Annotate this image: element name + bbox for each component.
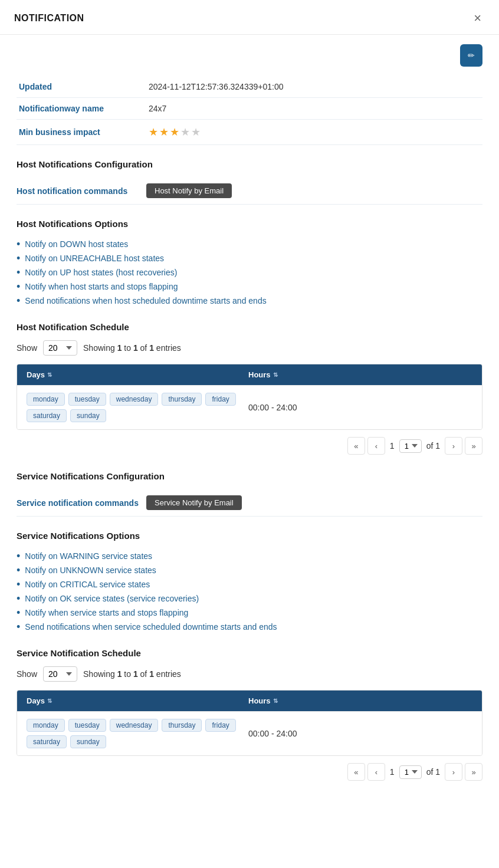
host-entries-text: Showing 1 to 1 of 1 entries <box>83 343 181 353</box>
service-schedule-title: Service Notification Schedule <box>17 648 482 658</box>
service-entries-text: Showing 1 to 1 of 1 entries <box>83 669 181 679</box>
host-next-page-button[interactable]: › <box>445 437 462 455</box>
day-tag-monday: monday <box>27 393 65 406</box>
service-command-label: Service notification commands <box>17 498 146 508</box>
list-item: Notify when service starts and stops fla… <box>17 606 482 620</box>
host-page-info: 1 <box>388 441 397 451</box>
service-schedule-table: Days ⇅ Hours ⇅ monday tuesday wednesday … <box>17 690 482 756</box>
modal-header: NOTIFICATION × <box>0 0 499 35</box>
host-schedule-header: Days ⇅ Hours ⇅ <box>17 364 482 385</box>
notificationway-value: 24x7 <box>146 98 482 120</box>
star-1: ★ <box>149 126 158 139</box>
host-hours-sort-icon: ⇅ <box>273 371 278 378</box>
notificationway-label: Notificationway name <box>17 98 146 120</box>
min-impact-stars: ★ ★ ★ ★ ★ <box>146 120 482 145</box>
host-days-sort-icon: ⇅ <box>47 371 52 378</box>
host-page-dropdown[interactable]: 1 <box>399 439 422 453</box>
host-command-badge: Host Notify by Email <box>146 183 232 198</box>
host-config-title: Host Notifications Configuration <box>17 159 482 169</box>
host-prev-page-button[interactable]: ‹ <box>367 437 385 455</box>
host-show-select[interactable]: 20 50 100 <box>43 340 77 356</box>
day-tag-sunday: sunday <box>70 409 106 422</box>
service-show-row: Show 20 50 100 Showing 1 to 1 of 1 entri… <box>17 666 482 682</box>
host-options-title: Host Notifications Options <box>17 219 482 229</box>
service-hours-header: Hours ⇅ <box>248 696 472 705</box>
service-show-select[interactable]: 20 50 100 <box>43 666 77 682</box>
service-schedule-section: Service Notification Schedule Show 20 50… <box>17 648 482 781</box>
day-tag-tuesday: tuesday <box>68 393 106 406</box>
updated-row: Updated 2024-11-12T12:57:36.324339+01:00 <box>17 76 482 98</box>
svc-day-tag-saturday: saturday <box>27 735 67 748</box>
service-prev-page-button[interactable]: ‹ <box>367 763 385 781</box>
host-hours-header: Hours ⇅ <box>248 370 472 379</box>
service-next-page-button[interactable]: › <box>445 763 462 781</box>
host-command-label: Host notification commands <box>17 186 146 196</box>
day-tag-wednesday: wednesday <box>110 393 159 406</box>
host-options-list: Notify on DOWN host states Notify on UNR… <box>17 237 482 308</box>
svc-day-tag-tuesday: tuesday <box>68 719 106 732</box>
service-config-title: Service Notifications Configuration <box>17 471 482 481</box>
host-schedule-title: Host Notification Schedule <box>17 322 482 332</box>
host-config-section: Host Notifications Configuration Host no… <box>17 159 482 205</box>
list-item: Notify on UP host states (host recoverie… <box>17 265 482 280</box>
edit-button[interactable]: ✏ <box>460 44 482 67</box>
host-page-of: of 1 <box>424 441 442 451</box>
service-page-info: 1 <box>388 767 397 777</box>
list-item: Notify on DOWN host states <box>17 237 482 251</box>
host-page-select-container: 1 1 of 1 <box>388 439 442 453</box>
host-first-page-button[interactable]: « <box>347 437 365 455</box>
list-item: Send notifications when host scheduled d… <box>17 294 482 308</box>
svc-day-tag-monday: monday <box>27 719 65 732</box>
modal-body: ✏ Updated 2024-11-12T12:57:36.324339+01:… <box>0 35 499 814</box>
service-page-of: of 1 <box>424 767 442 777</box>
service-schedule-header: Days ⇅ Hours ⇅ <box>17 691 482 711</box>
notificationway-row: Notificationway name 24x7 <box>17 98 482 120</box>
star-5: ★ <box>191 126 201 139</box>
updated-value: 2024-11-12T12:57:36.324339+01:00 <box>146 76 482 98</box>
host-last-page-button[interactable]: » <box>465 437 482 455</box>
list-item: Notify on UNREACHABLE host states <box>17 251 482 265</box>
host-schedule-table: Days ⇅ Hours ⇅ monday tuesday wednesday … <box>17 364 482 430</box>
service-page-dropdown[interactable]: 1 <box>399 765 422 779</box>
list-item: Notify on CRITICAL service states <box>17 577 482 591</box>
star-3: ★ <box>170 126 179 139</box>
edit-btn-row: ✏ <box>17 44 482 67</box>
day-tag-thursday: thursday <box>162 393 202 406</box>
info-table: Updated 2024-11-12T12:57:36.324339+01:00… <box>17 76 482 145</box>
close-button[interactable]: × <box>470 11 485 26</box>
host-options-section: Host Notifications Options Notify on DOW… <box>17 219 482 308</box>
modal: NOTIFICATION × ✏ Updated 2024-11-12T12:5… <box>0 0 499 868</box>
host-pagination: « ‹ 1 1 of 1 › » <box>17 437 482 455</box>
svc-day-tag-wednesday: wednesday <box>110 719 159 732</box>
host-schedule-section: Host Notification Schedule Show 20 50 10… <box>17 322 482 455</box>
svc-day-tag-sunday: sunday <box>70 735 106 748</box>
service-command-badge: Service Notify by Email <box>146 495 242 510</box>
service-options-section: Service Notifications Options Notify on … <box>17 531 482 634</box>
service-schedule-row: monday tuesday wednesday thursday friday… <box>17 711 482 755</box>
service-first-page-button[interactable]: « <box>347 763 365 781</box>
host-show-row: Show 20 50 100 Showing 1 to 1 of 1 entri… <box>17 340 482 356</box>
host-show-label: Show <box>17 343 37 353</box>
service-options-title: Service Notifications Options <box>17 531 482 541</box>
svc-day-tag-thursday: thursday <box>162 719 202 732</box>
service-hours-sort-icon: ⇅ <box>273 698 278 704</box>
service-pagination: « ‹ 1 1 of 1 › » <box>17 763 482 781</box>
host-command-row: Host notification commands Host Notify b… <box>17 177 482 205</box>
list-item: Notify on OK service states (service rec… <box>17 591 482 606</box>
host-days-header: Days ⇅ <box>27 370 248 379</box>
list-item: Notify when host starts and stops flappi… <box>17 280 482 294</box>
service-options-list: Notify on WARNING service states Notify … <box>17 549 482 634</box>
list-item: Notify on WARNING service states <box>17 549 482 563</box>
day-tag-friday: friday <box>205 393 235 406</box>
star-4: ★ <box>180 126 190 139</box>
updated-label: Updated <box>17 76 146 98</box>
service-days-header: Days ⇅ <box>27 696 248 705</box>
svc-day-tag-friday: friday <box>205 719 235 732</box>
service-show-label: Show <box>17 669 37 679</box>
service-days-cell: monday tuesday wednesday thursday friday… <box>27 719 248 748</box>
service-last-page-button[interactable]: » <box>465 763 482 781</box>
host-schedule-row: monday tuesday wednesday thursday friday… <box>17 385 482 429</box>
list-item: Notify on UNKNOWN service states <box>17 563 482 577</box>
list-item: Send notifications when service schedule… <box>17 620 482 634</box>
service-config-section: Service Notifications Configuration Serv… <box>17 471 482 517</box>
